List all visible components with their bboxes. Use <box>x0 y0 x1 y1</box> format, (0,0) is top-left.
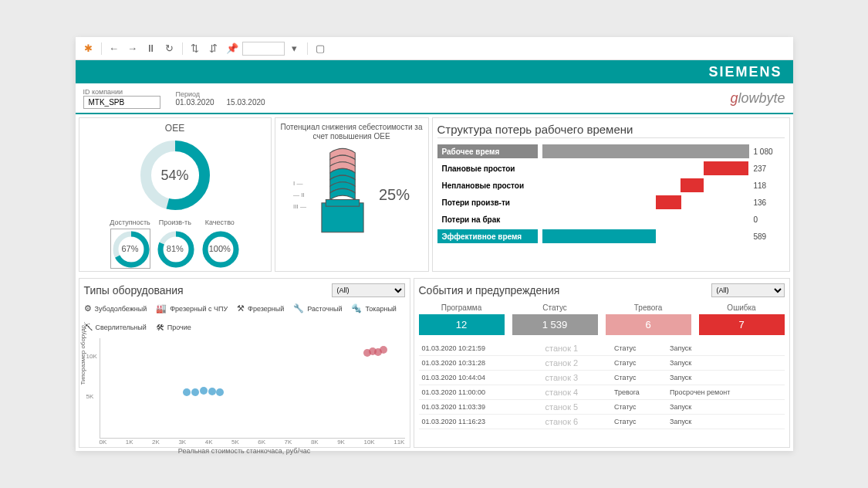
waterfall-title: Структура потерь рабочего времени <box>437 123 785 138</box>
scatter-point[interactable] <box>191 388 199 396</box>
cost-potential-title: Потенциал снижения себестоимости за счет… <box>280 123 424 141</box>
scatter-point[interactable] <box>380 346 387 354</box>
period-to: 15.03.2020 <box>227 98 265 107</box>
events-table: 01.03.2020 10:21:59станок 1СтатусЗапуск … <box>419 341 785 429</box>
period-from: 01.03.2020 <box>176 98 214 107</box>
stat-tile[interactable]: Ошибка 7 <box>699 303 785 335</box>
mini-donut-label: Доступность <box>110 219 150 226</box>
oee-panel: OEE 54% Доступность 67% Произв-ть 81% Ка… <box>79 117 272 272</box>
svg-rect-9 <box>326 200 359 207</box>
legend-item[interactable]: ⚒Фрезерный <box>237 303 284 313</box>
legend-icon: 🔩 <box>351 303 362 313</box>
legend-item[interactable]: 🏭Фрезерный с ЧПУ <box>156 303 228 313</box>
oee-title: OEE <box>165 123 184 134</box>
equipment-panel: Типы оборудования (All) ⚙Зубодолбежный🏭Ф… <box>79 278 410 448</box>
mini-donut[interactable]: 81% <box>155 229 195 269</box>
scatter-point[interactable] <box>200 387 208 395</box>
waterfall-row: Эффективное время 589 <box>437 228 785 245</box>
brand-logo: SIEMENS <box>708 64 782 80</box>
legend-item[interactable]: 🛠Прочие <box>156 323 191 332</box>
legend-icon: 🏭 <box>156 303 167 313</box>
stat-tile[interactable]: Тревога 6 <box>606 303 691 335</box>
bolt-scale: I —— IIIII — <box>293 180 306 210</box>
table-row[interactable]: 01.03.2020 10:31:28станок 2СтатусЗапуск <box>419 356 785 371</box>
scatter-point[interactable] <box>208 388 216 395</box>
waterfall-row: Неплановые простои 118 <box>437 177 785 194</box>
bolt-icon <box>316 144 370 245</box>
legend-icon: ⚙ <box>84 303 92 313</box>
equipment-filter-select[interactable]: (All) <box>332 283 405 297</box>
table-row[interactable]: 01.03.2020 11:03:39станок 5СтатусЗапуск <box>419 400 785 415</box>
waterfall-row: Плановые простои 237 <box>437 160 785 177</box>
scatter-point[interactable] <box>216 388 224 396</box>
events-filter-select[interactable]: (All) <box>711 283 785 297</box>
mini-donut-label: Произв-ть <box>159 219 191 226</box>
toolbar: ✱ ← → ⏸ ↻ ⇅ ⇵ 📌 ▾ ▢ <box>76 37 793 60</box>
sort-asc-icon[interactable]: ⇅ <box>187 40 204 57</box>
pin-icon[interactable]: 📌 <box>224 40 241 57</box>
period-label: Период <box>176 90 265 98</box>
table-row[interactable]: 01.03.2020 10:44:04станок 3СтатусЗапуск <box>419 371 785 385</box>
refresh-icon[interactable]: ↻ <box>161 40 178 57</box>
waterfall-row: Потери на брак 0 <box>437 211 785 228</box>
scatter-point[interactable] <box>183 388 191 396</box>
table-row[interactable]: 01.03.2020 11:00:00станок 4ТревогаПросро… <box>419 385 785 400</box>
present-icon[interactable]: ▢ <box>312 40 329 57</box>
legend-item[interactable]: 🔧Расточный <box>293 303 342 313</box>
dropdown-icon[interactable]: ▾ <box>286 40 303 57</box>
legend-icon: ⚒ <box>237 303 245 313</box>
oee-donut: 54% <box>137 137 214 214</box>
forward-button[interactable]: → <box>124 40 141 57</box>
legend-item[interactable]: ⛏Сверлительный <box>84 323 147 332</box>
events-title: События и предупреждения <box>419 284 560 297</box>
back-button[interactable]: ← <box>106 40 123 57</box>
waterfall-row: Рабочее время 1 080 <box>437 143 785 160</box>
legend-icon: 🛠 <box>156 323 164 332</box>
events-panel: События и предупреждения (All) Программа… <box>414 278 790 448</box>
waterfall-row: Потери произв-ти 136 <box>437 194 785 211</box>
stat-tile[interactable]: Статус 1 539 <box>512 303 598 335</box>
sort-desc-icon[interactable]: ⇵ <box>205 40 222 57</box>
toolbar-search-input[interactable] <box>242 42 285 56</box>
svg-rect-8 <box>322 203 363 232</box>
legend-item[interactable]: ⚙Зубодолбежный <box>84 303 147 313</box>
brand-bar: SIEMENS <box>76 60 793 83</box>
legend-item[interactable]: 🔩Токарный <box>351 303 396 313</box>
logo-icon[interactable]: ✱ <box>80 40 97 57</box>
cost-potential-panel: Потенциал снижения себестоимости за счет… <box>275 117 429 272</box>
chart-ylabel: Типоразмер оборудо.. <box>79 321 86 385</box>
partner-logo: lowbyte <box>730 90 785 107</box>
mini-donut[interactable]: 67% <box>110 229 150 269</box>
stat-tile[interactable]: Программа 12 <box>419 303 505 335</box>
equipment-title: Типы оборудования <box>84 284 184 297</box>
app-window: ✱ ← → ⏸ ↻ ⇅ ⇵ 📌 ▾ ▢ SIEMENS ID компании … <box>76 37 793 451</box>
legend-icon: 🔧 <box>293 303 304 313</box>
mini-donut-label: Качество <box>205 219 235 226</box>
company-label: ID компании <box>83 88 160 96</box>
chart-xlabel: Реальная стоимость станкочаса, руб/час <box>84 447 405 455</box>
table-row[interactable]: 01.03.2020 11:16:23станок 6СтатусЗапуск <box>419 415 785 429</box>
company-input[interactable] <box>83 96 160 109</box>
filter-row: ID компании Период 01.03.2020 15.03.2020… <box>76 83 793 114</box>
pause-icon[interactable]: ⏸ <box>143 40 160 57</box>
scatter-chart[interactable]: 10K 5K <box>100 338 405 439</box>
mini-donut[interactable]: 100% <box>200 229 240 269</box>
cost-potential-value: 25% <box>379 186 410 204</box>
waterfall-panel: Структура потерь рабочего времени Рабоче… <box>432 117 790 272</box>
table-row[interactable]: 01.03.2020 10:21:59станок 1СтатусЗапуск <box>419 341 785 356</box>
